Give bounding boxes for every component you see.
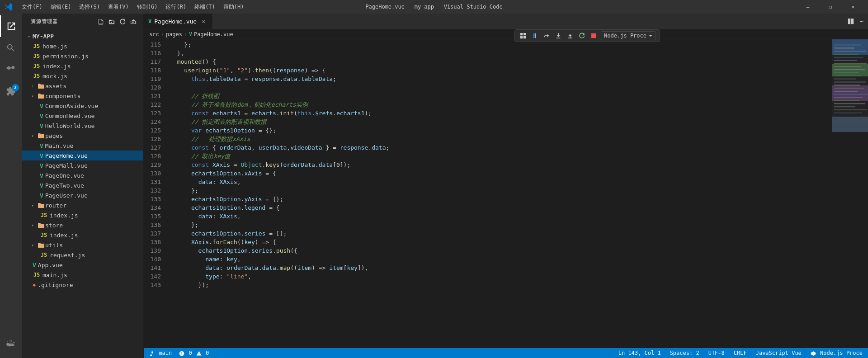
tree-item-permission-js[interactable]: JS permission.js xyxy=(22,51,143,61)
tree-item-mock-js[interactable]: JS mock.js xyxy=(22,71,143,81)
line-num-116: 116 xyxy=(144,49,166,57)
line-num-115: 115 xyxy=(144,40,166,49)
minimize-button[interactable]: — xyxy=(797,0,818,14)
tree-item-commonhead[interactable]: V CommonHead.vue xyxy=(22,111,143,121)
status-spaces[interactable]: Spaces: 2 xyxy=(668,350,701,356)
tree-item-label: Main.vue xyxy=(45,142,140,149)
status-branch[interactable]: main xyxy=(147,350,174,356)
tree-item-request-js[interactable]: JS request.js xyxy=(22,250,143,260)
code-editor[interactable]: 115 116 117 118 119 120 121 122 123 124 … xyxy=(144,39,868,348)
debug-grid-button[interactable] xyxy=(519,31,528,40)
tree-item-commonaside[interactable]: V CommonAside.vue xyxy=(22,101,143,111)
tree-item-router[interactable]: ▾ router xyxy=(22,200,143,210)
menu-select[interactable]: 选择(S) xyxy=(75,1,104,13)
menu-edit[interactable]: 编辑(E) xyxy=(47,1,75,13)
js-file-icon: JS xyxy=(33,63,41,69)
split-editor-button[interactable] xyxy=(846,17,855,26)
menu-file[interactable]: 文件(F) xyxy=(18,1,46,13)
refresh-button[interactable] xyxy=(118,17,127,26)
activity-search[interactable] xyxy=(0,37,22,59)
code-content[interactable]: }; }, mounted() { userLogin("1", "2").th… xyxy=(166,39,832,348)
tree-item-router-index[interactable]: JS index.js xyxy=(22,210,143,220)
code-line-130: echarts1Option.xAxis = { xyxy=(166,169,832,178)
folder-chevron: ▾ xyxy=(29,243,36,248)
js-file-icon: JS xyxy=(33,53,41,59)
status-errors[interactable]: 0 0 xyxy=(177,350,211,356)
line-num-134: 134 xyxy=(144,203,166,212)
menu-view[interactable]: 查看(V) xyxy=(104,1,132,13)
window-controls: — ❐ ✕ xyxy=(797,0,863,14)
tree-item-components[interactable]: ▾ components xyxy=(22,91,143,101)
tree-item-pagetwo[interactable]: V PageTwo.vue xyxy=(22,180,143,190)
tree-item-label: main.js xyxy=(42,272,140,278)
activity-source-control[interactable] xyxy=(0,59,22,80)
activity-docker[interactable] xyxy=(0,333,22,354)
status-position[interactable]: Ln 143, Col 1 xyxy=(617,350,663,356)
folder-icon xyxy=(37,82,45,90)
tree-item-pages[interactable]: ▾ pages xyxy=(22,131,143,141)
menu-run[interactable]: 运行(R) xyxy=(162,1,190,13)
tree-item-main-js[interactable]: JS main.js xyxy=(22,270,143,280)
menu-terminal[interactable]: 终端(T) xyxy=(191,1,219,13)
tab-close-button[interactable]: ✕ xyxy=(199,17,208,25)
activity-extensions[interactable]: 2 xyxy=(0,80,22,102)
root-folder-label[interactable]: ▾ MY-APP xyxy=(22,31,143,41)
code-line-137: echarts1Option.series = []; xyxy=(166,229,832,238)
tree-item-pageuser[interactable]: V PageUser.vue xyxy=(22,190,143,200)
line-num-142: 142 xyxy=(144,272,166,281)
more-tabs-button[interactable]: ⋯ xyxy=(857,17,866,26)
new-file-button[interactable] xyxy=(96,17,105,26)
menu-help[interactable]: 帮助(H) xyxy=(220,1,248,13)
status-debug-mode[interactable]: Node.js Proce xyxy=(809,350,864,356)
debug-pause-button[interactable] xyxy=(530,31,539,40)
line-numbers: 115 116 117 118 119 120 121 122 123 124 … xyxy=(144,39,166,348)
code-line-115: }; xyxy=(166,40,832,49)
tree-item-index-js[interactable]: JS index.js xyxy=(22,61,143,71)
tree-item-home-js[interactable]: JS home.js xyxy=(22,41,143,51)
debug-step-out-button[interactable] xyxy=(566,31,575,40)
debug-step-over-button[interactable] xyxy=(542,31,551,40)
tree-item-pagehome[interactable]: V PageHome.vue xyxy=(22,151,143,160)
code-line-124: // 指定图表的配置项和数据 xyxy=(166,118,832,126)
tree-item-helloworld[interactable]: V HelloWorld.vue xyxy=(22,121,143,131)
tree-item-app-vue[interactable]: V App.vue xyxy=(22,260,143,270)
line-num-121: 121 xyxy=(144,92,166,100)
line-num-123: 123 xyxy=(144,109,166,118)
debug-stop-button[interactable] xyxy=(589,31,598,40)
breadcrumb-file[interactable]: PageHome.vue xyxy=(194,31,233,38)
title-bar: 文件(F) 编辑(E) 选择(S) 查看(V) 转到(G) 运行(R) 终端(T… xyxy=(0,0,868,14)
debug-step-into-button[interactable] xyxy=(554,31,563,40)
tree-item-main-vue[interactable]: V Main.vue xyxy=(22,141,143,151)
tree-item-pageone[interactable]: V PageOne.vue xyxy=(22,170,143,180)
status-encoding[interactable]: UTF-8 xyxy=(707,350,726,356)
status-errors-count: 0 xyxy=(189,350,192,356)
line-num-125: 125 xyxy=(144,126,166,135)
maximize-button[interactable]: ❐ xyxy=(820,0,841,14)
breadcrumb-src[interactable]: src xyxy=(149,31,159,38)
tree-item-pagemall[interactable]: V PageMall.vue xyxy=(22,160,143,170)
status-eol[interactable]: CRLF xyxy=(732,350,749,356)
tree-item-gitignore[interactable]: ◆ .gitignore xyxy=(22,280,143,290)
tree-item-store[interactable]: ▾ store xyxy=(22,220,143,230)
collapse-button[interactable] xyxy=(129,17,138,26)
close-button[interactable]: ✕ xyxy=(843,0,863,14)
menu-goto[interactable]: 转到(G) xyxy=(133,1,161,13)
tab-pagehome[interactable]: V PageHome.vue ✕ xyxy=(144,14,212,29)
debug-restart-button[interactable] xyxy=(577,31,586,40)
line-num-127: 127 xyxy=(144,143,166,152)
line-num-143: 143 xyxy=(144,281,166,289)
vue-file-icon: V xyxy=(40,182,43,189)
tree-item-assets[interactable]: › assets xyxy=(22,81,143,91)
code-line-141: data: orderData.data.map((item) => item[… xyxy=(166,264,832,272)
activity-explorer[interactable] xyxy=(0,15,22,37)
tree-item-utils[interactable]: ▾ utils xyxy=(22,240,143,250)
tree-item-store-index[interactable]: JS index.js xyxy=(22,230,143,240)
status-language[interactable]: JavaScript Vue xyxy=(754,350,803,356)
source-control-icon xyxy=(6,65,16,75)
tab-vue-icon: V xyxy=(148,18,151,24)
warning-icon xyxy=(196,351,202,356)
breadcrumb-pages[interactable]: pages xyxy=(166,31,182,38)
debug-process-label[interactable]: Node.js Proce xyxy=(601,31,656,40)
new-folder-button[interactable] xyxy=(107,17,116,26)
tree-item-label: PageMall.vue xyxy=(45,162,140,169)
